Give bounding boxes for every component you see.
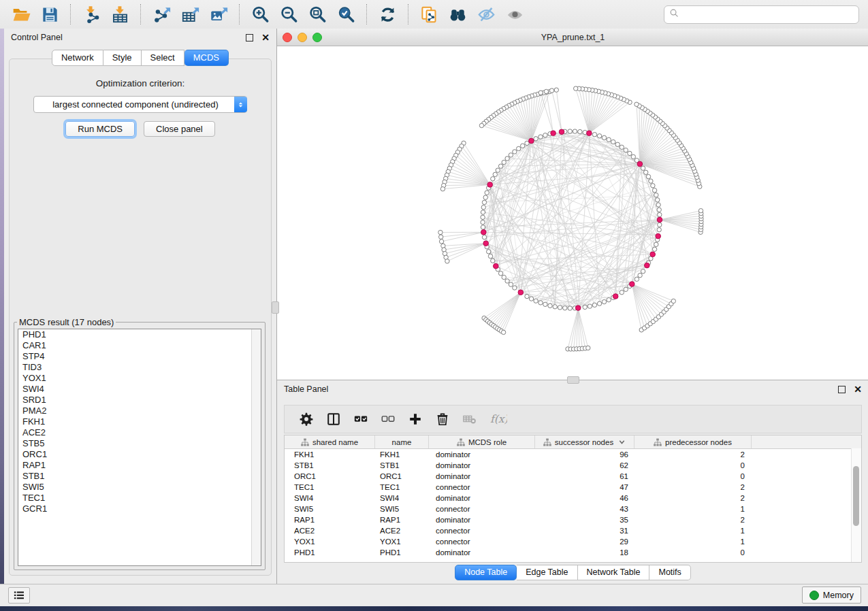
table-row[interactable]: ORC1ORC1dominator610: [285, 471, 861, 482]
refresh-layout-icon[interactable]: [377, 4, 398, 24]
copy-network-icon[interactable]: [419, 4, 439, 24]
table-row[interactable]: SWI5SWI5connector431: [285, 503, 861, 514]
table-cell: 0: [634, 461, 752, 469]
mcds-result-item[interactable]: YOX1: [18, 373, 261, 384]
table-row[interactable]: FKH1FKH1dominator962: [285, 449, 861, 460]
mcds-result-item[interactable]: ACE2: [18, 427, 261, 438]
control-panel-title: Control Panel: [11, 33, 63, 42]
horizontal-splitter-handle[interactable]: [567, 376, 579, 384]
column-header-shared-name[interactable]: shared name: [285, 435, 375, 448]
tab-style[interactable]: Style: [103, 50, 142, 66]
tab-motifs[interactable]: Motifs: [649, 565, 690, 580]
show-columns-icon[interactable]: [323, 409, 344, 429]
table-cell: YOX1: [375, 538, 429, 546]
float-panel-icon[interactable]: [246, 34, 253, 42]
table-scrollbar-thumb[interactable]: [853, 466, 859, 526]
table-cell: dominator: [429, 548, 535, 557]
close-table-panel-icon[interactable]: ✕: [854, 384, 862, 394]
panel-selector-button[interactable]: [8, 587, 30, 604]
mcds-result-item[interactable]: FKH1: [18, 416, 261, 427]
table-cell: ORC1: [285, 472, 375, 480]
tab-edge-table[interactable]: Edge Table: [517, 565, 577, 580]
run-mcds-button[interactable]: Run MCDS: [65, 121, 135, 137]
mcds-result-item[interactable]: SWI5: [18, 482, 261, 493]
table-cell: 1: [634, 505, 752, 513]
optimization-criterion-label: Optimization criterion:: [10, 78, 271, 88]
table-row[interactable]: SWI4SWI4dominator462: [285, 493, 861, 503]
delete-column-icon[interactable]: [432, 409, 453, 429]
column-header-successor-nodes[interactable]: successor nodes: [535, 435, 634, 448]
zoom-fit-icon[interactable]: [307, 4, 327, 24]
export-table-icon[interactable]: [180, 4, 200, 24]
table-cell: 29: [535, 538, 634, 546]
float-table-panel-icon[interactable]: [838, 386, 846, 393]
table-cell: 2: [634, 516, 752, 524]
mcds-result-item[interactable]: STP4: [18, 351, 261, 362]
close-panel-button[interactable]: Close panel: [144, 121, 215, 137]
table-cell: SWI4: [285, 494, 375, 502]
export-network-icon[interactable]: [151, 4, 172, 24]
zoom-out-icon[interactable]: [278, 4, 299, 24]
network-canvas[interactable]: [277, 46, 868, 380]
export-image-icon[interactable]: [208, 4, 229, 24]
mcds-result-item[interactable]: RAP1: [18, 460, 261, 471]
mcds-result-item[interactable]: GCR1: [18, 503, 261, 514]
vertical-splitter-handle[interactable]: [272, 301, 279, 314]
mcds-result-item[interactable]: TID3: [18, 362, 261, 373]
open-file-icon[interactable]: [11, 4, 31, 24]
result-list-scrollbar[interactable]: [251, 329, 261, 565]
table-row[interactable]: RAP1RAP1dominator352: [285, 514, 861, 525]
optimization-criterion-select[interactable]: largest connected component (undirected): [33, 96, 247, 113]
deselect-all-rows-icon[interactable]: [378, 409, 398, 429]
table-row[interactable]: ACE2ACE2connector311: [285, 525, 861, 536]
import-network-icon[interactable]: [81, 4, 101, 24]
mcds-result-item[interactable]: SRD1: [18, 395, 261, 406]
tab-select[interactable]: Select: [142, 50, 184, 66]
table-panel: Table Panel ✕ f(x) shared namenameMCDS r…: [276, 380, 868, 584]
hierarchy-icon: [654, 438, 662, 446]
tab-network[interactable]: Network: [52, 50, 103, 66]
table-settings-icon[interactable]: [296, 409, 317, 429]
search-input[interactable]: [680, 6, 858, 23]
hide-selected-icon[interactable]: [476, 4, 496, 24]
close-panel-icon[interactable]: ✕: [261, 33, 270, 42]
first-neighbors-icon[interactable]: [447, 4, 468, 24]
mcds-result-item[interactable]: PMA2: [18, 406, 261, 416]
mcds-result-item[interactable]: STB1: [18, 471, 261, 482]
memory-button[interactable]: Memory: [802, 587, 861, 604]
table-toolbar: f(x): [284, 405, 862, 433]
table-scrollbar[interactable]: [851, 448, 861, 562]
table-cell: 0: [634, 548, 752, 557]
mcds-result-item[interactable]: PHD1: [18, 329, 261, 340]
save-session-icon[interactable]: [39, 4, 60, 24]
mcds-result-item[interactable]: ORC1: [18, 449, 261, 460]
table-cell: RAP1: [285, 516, 375, 524]
table-row[interactable]: YOX1YOX1connector291: [285, 536, 861, 547]
tab-mcds[interactable]: MCDS: [184, 50, 229, 66]
mcds-result-list[interactable]: PHD1CAR1STP4TID3YOX1SWI4SRD1PMA2FKH1ACE2…: [18, 329, 261, 566]
mcds-result-item[interactable]: SWI4: [18, 384, 261, 395]
table-row[interactable]: TEC1TEC1connector472: [285, 482, 861, 493]
zoom-in-icon[interactable]: [250, 4, 270, 24]
table-cell: ACE2: [285, 527, 375, 535]
mcds-result-item[interactable]: CAR1: [18, 340, 261, 351]
network-window-titlebar[interactable]: YPA_prune.txt_1: [277, 29, 868, 46]
table-row[interactable]: PHD1PHD1dominator180: [285, 547, 861, 558]
column-header-MCDS-role[interactable]: MCDS role: [429, 435, 535, 448]
zoom-selected-icon[interactable]: [336, 4, 356, 24]
column-header-predecessor-nodes[interactable]: predecessor nodes: [634, 435, 752, 448]
mcds-result-item[interactable]: STB5: [18, 438, 261, 449]
show-all-icon[interactable]: [504, 4, 525, 24]
network-title: YPA_prune.txt_1: [277, 33, 868, 42]
mcds-result-item[interactable]: TEC1: [18, 493, 261, 503]
column-label: predecessor nodes: [665, 438, 732, 446]
select-all-rows-icon[interactable]: [351, 409, 371, 429]
table-row[interactable]: STB1STB1dominator620: [285, 460, 861, 471]
add-column-icon[interactable]: [405, 409, 425, 429]
import-table-icon[interactable]: [110, 4, 130, 24]
column-header-name[interactable]: name: [375, 435, 429, 448]
tab-network-table[interactable]: Network Table: [578, 565, 650, 580]
tab-node-table[interactable]: Node Table: [455, 565, 517, 580]
table-cell: ORC1: [375, 472, 429, 480]
search-field[interactable]: [664, 5, 859, 24]
